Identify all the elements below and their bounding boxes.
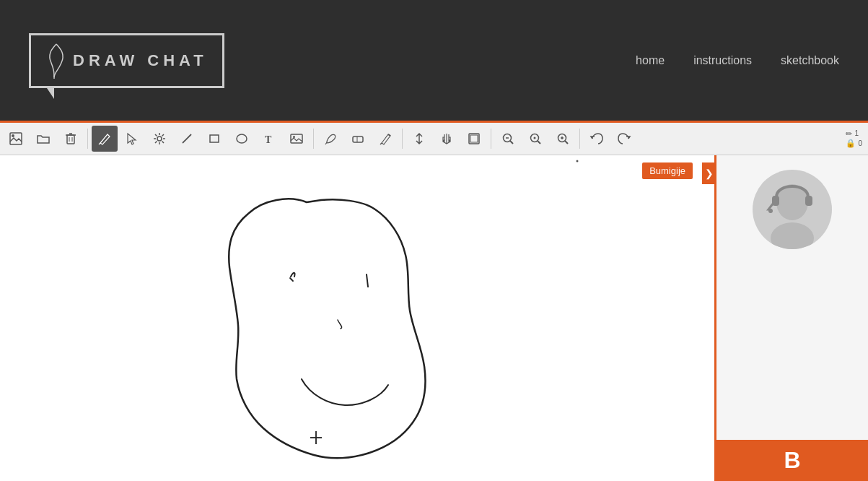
trash-tool[interactable] [58, 126, 84, 152]
svg-point-2 [12, 134, 14, 137]
svg-rect-3 [67, 135, 74, 144]
avatar [753, 170, 832, 249]
headset-icon [753, 170, 832, 249]
svg-line-16 [325, 142, 327, 144]
folder-tool[interactable] [30, 126, 56, 152]
divider-4 [491, 129, 491, 149]
nav-home[interactable]: home [636, 54, 665, 67]
zoom-in-button[interactable] [550, 126, 576, 152]
svg-point-15 [293, 136, 295, 138]
zoom-out-button[interactable] [495, 126, 521, 152]
divider-3 [402, 129, 403, 149]
feather-icon [45, 43, 67, 79]
nav-sketchbook[interactable]: sketchbook [781, 54, 839, 67]
rect-tool[interactable] [201, 126, 227, 152]
svg-point-40 [768, 209, 773, 213]
redo-button[interactable] [611, 126, 637, 152]
nav-instructions[interactable]: instructions [693, 54, 752, 67]
image-tool[interactable] [3, 126, 29, 152]
avatar-container [738, 155, 846, 264]
canvas-area[interactable]: Bumigije [0, 155, 716, 481]
ellipse-tool[interactable] [229, 126, 255, 152]
svg-line-19 [380, 143, 382, 144]
settings-tool[interactable] [146, 126, 172, 152]
svg-line-25 [510, 141, 513, 144]
svg-line-8 [99, 143, 100, 144]
svg-point-28 [534, 137, 536, 139]
lock-count: 0 [858, 139, 862, 148]
layers-tool[interactable] [461, 126, 487, 152]
eraser-tool[interactable] [345, 126, 371, 152]
user-badge-letter: B [784, 447, 800, 474]
divider-2 [313, 129, 314, 149]
marker-tool[interactable] [372, 126, 398, 152]
svg-point-9 [157, 136, 162, 141]
svg-rect-1 [10, 133, 22, 144]
svg-point-35 [577, 160, 579, 162]
counter-badge: ✏ 1 🔒 0 [843, 129, 865, 148]
logo: DRAW CHAT [29, 33, 224, 88]
divider-5 [579, 129, 580, 149]
counter-area: ✏ 1 🔒 0 [843, 129, 865, 148]
logo-text: DRAW CHAT [73, 51, 208, 70]
image-insert-tool[interactable] [284, 126, 310, 152]
svg-rect-39 [805, 196, 812, 206]
svg-point-12 [237, 134, 247, 143]
arrow-tool[interactable] [119, 126, 145, 152]
zoom-fit-button[interactable] [522, 126, 548, 152]
drawing-canvas[interactable] [0, 155, 714, 481]
svg-line-10 [183, 134, 191, 143]
svg-point-37 [771, 222, 814, 249]
divider-1 [87, 129, 88, 149]
svg-text:T: T [265, 134, 272, 145]
toolbar: T ✏ 1 [0, 123, 868, 155]
collapse-icon: ❯ [705, 168, 714, 179]
pencil-count: 1 [854, 129, 859, 138]
logo-container: DRAW CHAT [29, 33, 224, 88]
undo-button[interactable] [584, 126, 610, 152]
sidebar: ❯ [716, 155, 868, 481]
text-tool[interactable]: T [256, 126, 282, 152]
pencil-tool[interactable] [92, 126, 118, 152]
svg-line-32 [565, 141, 568, 144]
main-area: Bumigije ❯ [0, 155, 868, 481]
svg-line-27 [538, 141, 540, 144]
svg-rect-11 [210, 135, 219, 142]
svg-rect-17 [353, 136, 363, 142]
line-tool[interactable] [174, 126, 200, 152]
user-badge: B [716, 440, 868, 481]
arrow-updown-tool[interactable] [406, 126, 432, 152]
svg-line-20 [388, 134, 390, 136]
header: DRAW CHAT home instructions sketchbook [0, 0, 868, 123]
username-tooltip: Bumigije [642, 162, 693, 179]
pen-tool[interactable] [317, 126, 343, 152]
collapse-button[interactable]: ❯ [702, 162, 716, 184]
pan-tool[interactable] [434, 126, 460, 152]
nav: home instructions sketchbook [636, 54, 839, 67]
svg-rect-22 [470, 135, 478, 142]
